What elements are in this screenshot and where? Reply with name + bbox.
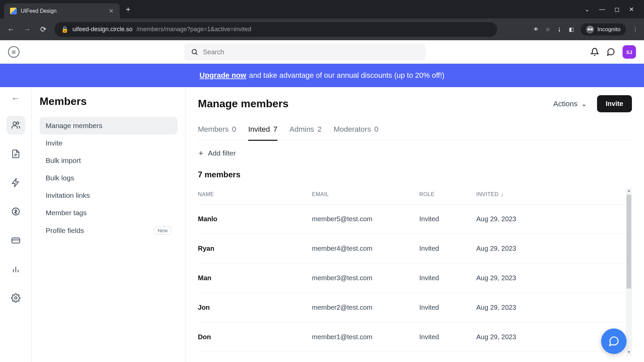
tab-count: 7 [273, 125, 277, 134]
rail-analytics-icon[interactable] [6, 260, 25, 279]
new-badge: New [154, 226, 171, 235]
app-grid-icon[interactable]: ⊞ [8, 46, 19, 58]
sidebar-item-profile-fields[interactable]: Profile fieldsNew [40, 222, 177, 239]
plus-icon: + [199, 148, 203, 158]
rail-settings-icon[interactable] [6, 289, 25, 307]
cell-role: Invited [419, 215, 476, 223]
bookmark-icon[interactable]: ☆ [545, 26, 550, 33]
main-header: Manage members Actions ⌄ Invite [198, 95, 632, 112]
tab-count: 0 [374, 125, 378, 134]
tab-label: Invited [248, 125, 270, 134]
bell-icon[interactable] [590, 48, 599, 56]
eye-off-icon[interactable]: 👁 [533, 26, 539, 33]
reload-icon[interactable]: ⟳ [38, 25, 48, 34]
sidebar-item-manage-members[interactable]: Manage members [40, 117, 177, 134]
cell-role: Invited [419, 333, 476, 341]
close-tab-icon[interactable]: ✕ [109, 7, 114, 15]
tab-moderators[interactable]: Moderators0 [334, 122, 379, 141]
scrollbar[interactable]: ▴ ▾ [626, 188, 632, 356]
minimize-icon[interactable]: ― [599, 6, 605, 13]
sidebar-item-label: Profile fields [46, 227, 84, 235]
table-row[interactable]: Donmember1@test.comInvitedAug 29, 2023 [198, 322, 632, 352]
cell-invited: Aug 29, 2023 [476, 304, 632, 311]
url-domain: uifeed-design.circle.so [72, 26, 132, 33]
forward-icon[interactable]: → [22, 25, 32, 34]
col-role[interactable]: ROLE [419, 191, 476, 197]
window-controls: ⌄ ― ◻ ✕ [585, 6, 640, 13]
search-input[interactable] [203, 48, 419, 56]
avatar[interactable]: SJ [623, 45, 636, 59]
incognito-badge[interactable]: 🕶 Incognito [581, 23, 626, 36]
close-window-icon[interactable]: ✕ [629, 6, 634, 13]
panel-icon[interactable]: ◧ [569, 26, 574, 33]
rail-back-icon[interactable]: ← [11, 93, 20, 104]
sidebar-item-member-tags[interactable]: Member tags [40, 204, 177, 222]
sidebar-item-label: Manage members [46, 122, 102, 130]
cell-email: member2@test.com [312, 304, 419, 311]
cell-name: Man [198, 274, 312, 282]
tab-invited[interactable]: Invited7 [248, 122, 277, 141]
sidebar-item-bulk-logs[interactable]: Bulk logs [40, 169, 177, 187]
tabs: Members0Invited7Admins2Moderators0 [198, 122, 632, 140]
scrollbar-thumb[interactable] [627, 195, 631, 289]
tab-admins[interactable]: Admins2 [289, 122, 322, 141]
rail-activity-icon[interactable] [6, 173, 25, 192]
sort-down-icon: ↓ [501, 191, 504, 197]
search-icon [191, 48, 198, 56]
back-icon[interactable]: ← [6, 25, 16, 34]
sidebar-item-label: Bulk logs [46, 174, 74, 182]
main: Manage members Actions ⌄ Invite Members0… [186, 87, 644, 362]
cell-role: Invited [419, 304, 476, 311]
cell-role: Invited [419, 274, 476, 282]
table-row[interactable]: Manmember3@test.comInvitedAug 29, 2023 [198, 263, 632, 293]
svg-line-1 [196, 53, 197, 55]
address-bar: ← → ⟳ 🔒 uifeed-design.circle.so/members/… [0, 18, 644, 40]
tab-favicon [10, 8, 17, 14]
cell-role: Invited [419, 245, 476, 252]
tab-label: Members [198, 125, 229, 134]
chat-fab[interactable] [601, 328, 627, 354]
tab-bar: UIFeed Design ✕ + ⌄ ― ◻ ✕ [0, 0, 644, 18]
scroll-down-icon[interactable]: ▾ [626, 350, 632, 356]
browser-tab[interactable]: UIFeed Design ✕ [4, 3, 120, 18]
icon-rail: ← [0, 87, 32, 362]
col-name[interactable]: NAME [198, 191, 312, 197]
add-filter-button[interactable]: + Add filter [198, 148, 632, 158]
kebab-menu-icon[interactable]: ⋮ [633, 26, 638, 33]
svg-rect-7 [12, 238, 19, 243]
sidebar-item-invitation-links[interactable]: Invitation links [40, 187, 177, 204]
address-bar-icons: 👁 ☆ ⭳ ◧ 🕶 Incognito ⋮ [533, 23, 638, 36]
tab-label: Moderators [334, 125, 371, 134]
tab-members[interactable]: Members0 [198, 122, 236, 141]
url-input[interactable]: 🔒 uifeed-design.circle.so/members/manage… [54, 22, 497, 37]
tab-title: UIFeed Design [21, 8, 105, 14]
chat-icon[interactable] [606, 48, 615, 56]
search-box[interactable] [184, 44, 426, 60]
upgrade-link[interactable]: Upgrade now [200, 71, 246, 80]
members-count: 7 members [198, 170, 632, 179]
cell-name: Jon [198, 304, 312, 311]
rail-content-icon[interactable] [6, 144, 25, 163]
col-invited[interactable]: INVITED↓ [476, 191, 632, 197]
page-title: Manage members [198, 98, 288, 110]
scroll-up-icon[interactable]: ▴ [626, 188, 632, 194]
col-email[interactable]: EMAIL [312, 191, 419, 197]
rail-billing-icon[interactable] [6, 202, 25, 221]
rail-members-icon[interactable] [6, 116, 25, 134]
tab-label: Admins [289, 125, 314, 134]
new-tab-button[interactable]: + [126, 5, 130, 14]
table-row[interactable]: Jonmember2@test.comInvitedAug 29, 2023 [198, 293, 632, 322]
sidebar-item-invite[interactable]: Invite [40, 134, 177, 152]
maximize-icon[interactable]: ◻ [614, 6, 620, 13]
sidebar-item-bulk-import[interactable]: Bulk import [40, 152, 177, 169]
rail-plans-icon[interactable] [6, 231, 25, 250]
tab-count: 0 [232, 125, 236, 134]
table-row[interactable]: Manlomember5@test.comInvitedAug 29, 2023 [198, 204, 632, 234]
table-row[interactable]: Ryanmember4@test.comInvitedAug 29, 2023 [198, 234, 632, 263]
svg-point-3 [16, 122, 19, 124]
download-icon[interactable]: ⭳ [557, 26, 562, 33]
actions-dropdown[interactable]: Actions ⌄ [553, 100, 587, 108]
invite-button[interactable]: Invite [597, 95, 632, 112]
chevron-down-icon[interactable]: ⌄ [585, 6, 590, 13]
sidebar: Members Manage membersInviteBulk importB… [32, 87, 186, 362]
